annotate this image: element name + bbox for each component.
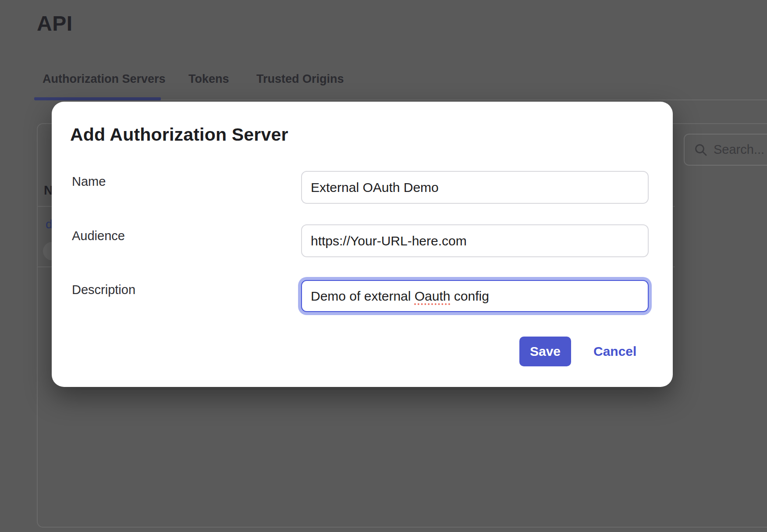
cancel-button[interactable]: Cancel (593, 337, 636, 366)
active-tab-indicator (34, 97, 161, 100)
add-authorization-server-dialog: Add Authorization Server Name Audience D… (52, 102, 673, 387)
search-icon (694, 143, 707, 156)
search-placeholder: Search... (714, 142, 764, 157)
search-input[interactable]: Search... (684, 134, 767, 166)
description-text-after: config (451, 289, 489, 304)
description-field[interactable]: Demo of external Oauth config (301, 280, 649, 312)
audience-label: Audience (72, 229, 125, 243)
page-title: API (37, 11, 73, 35)
tab-tokens[interactable]: Tokens (188, 72, 229, 86)
description-text: Demo of external (311, 289, 415, 304)
tab-authorization-servers[interactable]: Authorization Servers (43, 72, 166, 86)
dialog-title: Add Authorization Server (70, 124, 288, 145)
audience-field[interactable] (301, 224, 649, 257)
tab-trusted-origins[interactable]: Trusted Origins (256, 72, 344, 86)
description-label: Description (72, 283, 135, 297)
save-button[interactable]: Save (519, 337, 571, 366)
description-misspelled-word: Oauth (415, 289, 451, 304)
name-field[interactable] (301, 171, 649, 204)
name-label: Name (72, 174, 106, 189)
